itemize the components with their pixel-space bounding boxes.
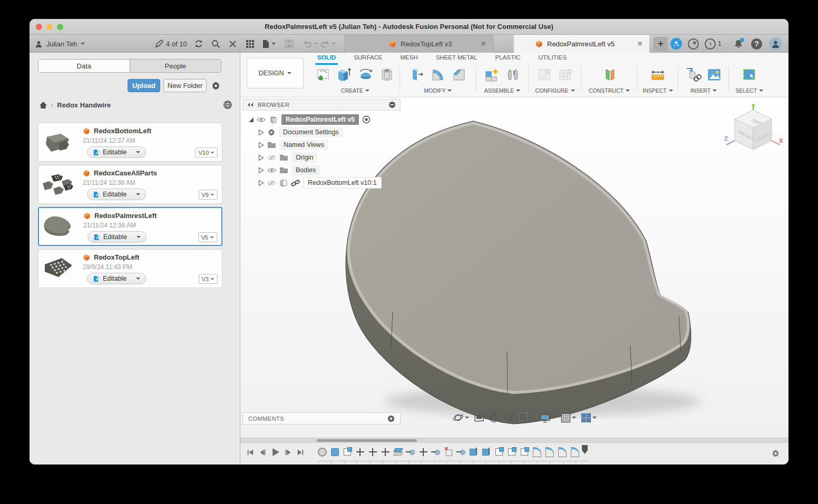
browser-row-bodies[interactable]: Bodies <box>258 164 320 176</box>
document-tab-redoxpalmrestleft[interactable]: RedoxPalmrestLeft v5 ✕ <box>514 35 649 53</box>
viewport-3d[interactable]: BROWSER RedoxPalmrestLeft v5 Document <box>240 97 788 438</box>
file-card-redoxtopleft[interactable]: RedoxTopLeft 29/9/24 11:43 PM Editable V… <box>38 249 222 288</box>
fillet-feature-icon[interactable] <box>557 447 568 457</box>
measure-icon[interactable] <box>648 65 667 84</box>
tab-solid[interactable]: SOLID <box>317 54 336 64</box>
move-feature-icon[interactable] <box>380 447 391 457</box>
save-button[interactable] <box>285 35 294 53</box>
browser-row-label[interactable]: Named Views <box>279 140 328 150</box>
group-label-modify[interactable]: MODIFY <box>404 87 472 94</box>
extensions-button[interactable] <box>670 35 682 53</box>
tab-people[interactable]: People <box>130 60 221 72</box>
tab-surface[interactable]: SURFACE <box>354 54 382 64</box>
group-label-inspect[interactable]: INSPECT <box>640 87 676 94</box>
expand-closed-icon[interactable] <box>258 142 264 149</box>
browser-row-label[interactable]: Origin <box>291 152 317 163</box>
refresh-button[interactable] <box>194 35 203 53</box>
browser-row-document-settings[interactable]: Document Settings <box>258 126 343 139</box>
browser-panel-header[interactable]: BROWSER <box>242 99 401 111</box>
file-card-redoxbottomleft[interactable]: RedoxBottomLeft 21/11/24 12:37 AM Editab… <box>38 123 222 162</box>
redo-button[interactable] <box>320 35 336 53</box>
version-position-indicator[interactable]: 4 of 10 <box>155 35 187 53</box>
expand-open-icon[interactable] <box>249 117 254 122</box>
timeline-scrollbar-thumb[interactable] <box>317 439 417 442</box>
expand-closed-icon[interactable] <box>258 129 264 136</box>
shell-feature-icon[interactable] <box>507 447 517 457</box>
configuration-table-icon[interactable] <box>556 65 575 84</box>
expand-closed-icon[interactable] <box>258 167 264 174</box>
zoom-button[interactable] <box>503 412 514 423</box>
new-component-icon[interactable] <box>482 65 501 84</box>
hole-icon[interactable] <box>377 65 396 84</box>
look-at-button[interactable] <box>474 413 484 422</box>
status-dropdown[interactable]: Editable <box>87 273 146 284</box>
search-button[interactable] <box>211 35 220 53</box>
tab-sheet-metal[interactable]: SHEET METAL <box>436 54 478 64</box>
status-dropdown[interactable]: Editable <box>87 231 147 243</box>
revolve-icon[interactable] <box>356 65 375 84</box>
file-card-redoxpalmrestleft[interactable]: RedoxPalmrestLeft 21/11/24 12:38 AM Edit… <box>38 207 222 246</box>
recent-files-button[interactable]: 1 <box>705 35 722 53</box>
joint-feature-icon[interactable] <box>456 447 466 457</box>
split-feature-icon[interactable] <box>393 447 403 457</box>
chamfer-icon[interactable] <box>450 65 469 84</box>
zoom-window-button[interactable] <box>519 412 534 423</box>
undo-button[interactable] <box>303 35 318 53</box>
viewports-button[interactable] <box>581 413 597 423</box>
select-icon[interactable] <box>740 65 759 84</box>
group-label-configure[interactable]: CONFIGURE <box>531 87 579 94</box>
status-dropdown[interactable]: Editable <box>87 146 146 158</box>
move-feature-icon[interactable] <box>367 447 378 457</box>
home-icon[interactable] <box>39 101 47 109</box>
close-tab-icon[interactable]: ✕ <box>480 39 486 48</box>
close-tab-icon[interactable]: ✕ <box>637 39 643 48</box>
configuration-icon[interactable] <box>535 65 554 84</box>
grid-display-button[interactable] <box>561 413 576 423</box>
timeline-settings-gear-icon[interactable] <box>771 449 780 458</box>
upload-button[interactable]: Upload <box>128 79 160 92</box>
go-to-start-button[interactable] <box>247 449 254 456</box>
joint-feature-icon[interactable] <box>431 447 441 457</box>
timeline-marker[interactable] <box>582 445 588 454</box>
group-label-assemble[interactable]: ASSEMBLE <box>479 87 526 94</box>
expand-closed-icon[interactable] <box>258 180 264 186</box>
version-dropdown[interactable]: V3 <box>199 274 218 284</box>
go-to-end-button[interactable] <box>297 449 304 456</box>
browser-row-label[interactable]: Document Settings <box>279 127 343 137</box>
data-settings-gear-icon[interactable] <box>211 81 221 91</box>
group-label-create[interactable]: CREATE <box>314 87 396 94</box>
press-pull-icon[interactable] <box>407 65 426 84</box>
presspull-feature-icon[interactable] <box>469 447 479 457</box>
tab-plastic[interactable]: PLASTIC <box>495 54 521 64</box>
browser-row-root[interactable]: RedoxPalmrestLeft v5 <box>249 113 371 126</box>
joint-feature-icon[interactable] <box>405 447 416 457</box>
pan-button[interactable] <box>489 412 499 423</box>
notifications-button[interactable] <box>734 35 743 53</box>
new-tab-button[interactable]: + <box>654 37 668 51</box>
eye-icon[interactable] <box>257 116 266 123</box>
version-dropdown[interactable]: V5 <box>198 232 217 242</box>
step-forward-button[interactable] <box>285 449 292 456</box>
extrude-icon[interactable] <box>335 65 354 84</box>
version-dropdown[interactable]: V9 <box>199 190 218 200</box>
group-label-select[interactable]: SELECT <box>731 87 768 94</box>
create-sketch-icon[interactable] <box>314 65 333 84</box>
browser-row-origin[interactable]: Origin <box>258 151 317 164</box>
help-button[interactable]: ? <box>751 35 762 53</box>
construct-plane-icon[interactable] <box>600 65 619 84</box>
add-comment-icon[interactable] <box>387 415 395 422</box>
shell-feature-icon[interactable] <box>519 447 530 457</box>
status-dropdown[interactable]: Editable <box>87 189 146 200</box>
joint-icon[interactable] <box>503 65 522 84</box>
group-label-insert[interactable]: INSERT <box>681 87 726 94</box>
eye-off-icon[interactable] <box>267 180 276 186</box>
tab-utilities[interactable]: UTILITIES <box>538 54 567 64</box>
activate-component-radio[interactable] <box>362 115 371 124</box>
comments-panel-header[interactable]: COMMENTS <box>242 412 401 424</box>
extrude-feature-icon[interactable] <box>329 447 340 457</box>
eye-icon[interactable] <box>267 167 276 174</box>
breadcrumb-folder[interactable]: Redox Handwire <box>57 101 111 109</box>
version-dropdown[interactable]: V10 <box>195 147 218 157</box>
minimize-browser-icon[interactable] <box>388 101 396 108</box>
share-globe-icon[interactable] <box>223 100 232 110</box>
